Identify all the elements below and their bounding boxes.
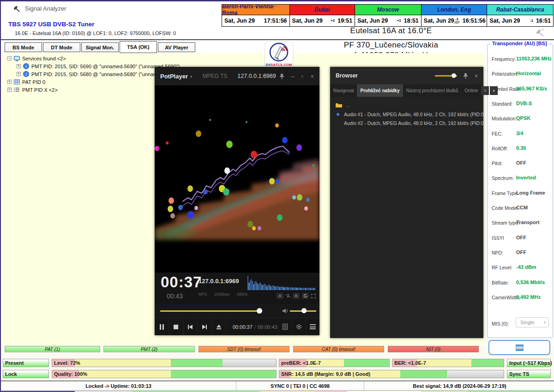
playing-indicator (337, 113, 339, 116)
audio-track-item[interactable]: Audio #1 - Dutch, MPEG Audio, 48.0 kHz, … (330, 110, 483, 119)
fullscreen-icon[interactable] (311, 294, 316, 298)
seek-handle[interactable] (257, 308, 262, 314)
clock-zone-time: Sat, Jun 29-1JST16:51:56 (422, 15, 488, 26)
pin-icon[interactable] (279, 73, 284, 79)
overlay-site: PF 370_Lučenec/Slovakia (299, 41, 483, 50)
expander-icon[interactable]: + (7, 80, 12, 84)
parent-folder-row[interactable]: .. (330, 101, 483, 110)
tab-signal-mon-[interactable]: Signal Mon. (81, 42, 119, 52)
maximize-icon[interactable]: ▫ (301, 73, 304, 80)
transponder-label: ISSYI (492, 235, 504, 241)
browser-tab-nástroj-procházení-titulků[interactable]: Nástroj procházení titulků (403, 84, 462, 97)
seek-bar[interactable] (160, 310, 259, 312)
potplayer-titlebar[interactable]: PotPlayer ▾ MPEG TS 127.0.0.1:6969 – ▫ × (155, 67, 319, 85)
browser-titlebar[interactable]: Browser × (330, 67, 483, 84)
transponder-label: Stream type: (492, 220, 519, 226)
tree-item[interactable]: +PAT PID 0 (4, 78, 180, 86)
audio-track-label: Audio #1 - Dutch, MPEG Audio, 48.0 kHz, … (344, 112, 483, 117)
meter-label: Quality: 100% (54, 371, 87, 377)
next-button[interactable] (198, 318, 212, 335)
clock-date: Sat, Jun 29 (292, 18, 323, 24)
minimize-icon[interactable]: – (291, 73, 295, 80)
tree-item[interactable]: −Services found <2> (4, 54, 180, 62)
pause-button[interactable] (155, 318, 169, 335)
expander-icon[interactable]: − (7, 56, 12, 60)
transponder-value: 365,967 KS/s (516, 86, 547, 91)
tab-dt-mode[interactable]: DT Mode (43, 42, 80, 52)
stop-button[interactable] (169, 318, 183, 335)
expander-icon[interactable]: + (17, 64, 21, 68)
status-bar: Locked -> Uptime: 01:03:13 SYNC 0 | TEI … (1, 380, 554, 391)
spectrum-analyzer (247, 274, 316, 291)
codec-bitrate: 192kbps (214, 292, 230, 297)
volume-handle[interactable] (301, 308, 307, 313)
tree-item-label[interactable]: PMT PID X <2> (22, 87, 58, 93)
potplayer-menu[interactable]: PotPlayer (160, 73, 188, 80)
expander-icon[interactable]: + (7, 88, 12, 92)
opacity-slider[interactable] (435, 73, 457, 78)
meter-label: SNR: 14,5 dB (Margin: 9,0 dB | Good) (281, 371, 370, 377)
preber-meter: preBER: <1.0E-7 (279, 359, 390, 367)
volume-icon[interactable] (282, 308, 289, 314)
clock-zone-header: Dubai (290, 5, 355, 15)
mis-select[interactable]: Single ▾ (516, 317, 549, 327)
swap-arrows-icon (286, 294, 290, 298)
transponder-label: Modulation: (492, 116, 517, 121)
video-area[interactable] (155, 85, 319, 273)
player-info-panel: 00:37 00:43 127.0.0.1:6969 MP2 192kbps 4… (155, 273, 319, 304)
clock-date: Sat, Jun 29 (224, 18, 255, 24)
browser-tab-prohlížeč-nabídky[interactable]: Prohlížeč nabídky (357, 84, 403, 97)
clock-offset-zone: JST (454, 21, 460, 24)
meter-label: BER: <1.0E-7 (394, 360, 426, 366)
tab-tsa-ok-[interactable]: TSA (OK) (120, 41, 157, 53)
transponder-value: Transport (516, 220, 540, 225)
close-icon[interactable]: × (474, 72, 478, 79)
tree-item-label[interactable]: Services found <2> (22, 56, 66, 61)
settings-button[interactable] (292, 318, 306, 335)
repeat-button[interactable] (302, 293, 309, 299)
meter-segment-green (471, 359, 504, 367)
browser-tab-navigovat[interactable]: Navigovat (330, 84, 357, 97)
save-capture-button[interactable] (488, 340, 550, 355)
codec-samplerate: 48khz (237, 292, 248, 297)
status-sync: SYNC 0 | TEI 0 | CC 4698 (236, 381, 364, 390)
table-icon (14, 79, 20, 84)
tree-item[interactable]: +♪PMT PID: 2015, SID: 5680 @ "unnamed-56… (4, 70, 180, 78)
menu-button[interactable] (306, 318, 319, 335)
drive-icon (516, 344, 524, 351)
playlist-button[interactable] (278, 318, 292, 335)
gear-icon (295, 323, 302, 330)
pin-icon[interactable] (463, 73, 468, 79)
tab-bs-mode[interactable]: BS Mode (5, 42, 42, 52)
transponder-label: Standard: (492, 101, 513, 107)
lock-indicator: Lock (3, 370, 49, 378)
browser-tab-online[interactable]: Online (461, 84, 481, 97)
mis-value: Single (520, 320, 535, 325)
more-tabs-button[interactable]: ▾ (490, 86, 498, 95)
next-tab-button[interactable]: > (481, 86, 489, 95)
transponder-value: 0.35 (516, 145, 526, 151)
chevron-down-icon: ▾ (543, 320, 546, 325)
close-icon[interactable]: × (310, 73, 314, 80)
tree-item-label[interactable]: PAT PID 0 (22, 79, 45, 85)
tree-item[interactable]: +♪PMT PID: 2015, SID: 5690 @ "unnamed-56… (4, 62, 180, 70)
eject-button[interactable] (212, 318, 226, 335)
previous-button[interactable] (183, 318, 198, 335)
transponder-row: Polarization:Horizontal (488, 71, 553, 80)
tab-av-player[interactable]: AV Player (158, 42, 195, 52)
audio-track-item[interactable]: Audio #2 - Dutch, MPEG Audio, 48.0 kHz, … (330, 119, 483, 127)
marker-a-button[interactable]: A (277, 293, 283, 299)
clock-zone-header: London, Eng (422, 5, 488, 15)
expander-icon[interactable]: + (17, 72, 21, 76)
audio-icon: ♪ (23, 71, 29, 77)
transponder-value: 3/4 (516, 131, 523, 136)
transponder-value: Long Frame (516, 190, 545, 196)
clock-time-value: 17:51:56 (264, 18, 287, 24)
marker-b-button[interactable]: B (293, 293, 300, 299)
elapsed-time: 00:37 (161, 273, 202, 291)
player-controls: 00:00:37 / 00:00:43 (155, 318, 319, 335)
tree-item[interactable]: +PMT PID X <2> (4, 86, 180, 94)
svg-text:♪: ♪ (25, 65, 27, 69)
svg-text:♪: ♪ (25, 72, 27, 77)
clock-date: Sat, Jun 29 (489, 18, 520, 24)
